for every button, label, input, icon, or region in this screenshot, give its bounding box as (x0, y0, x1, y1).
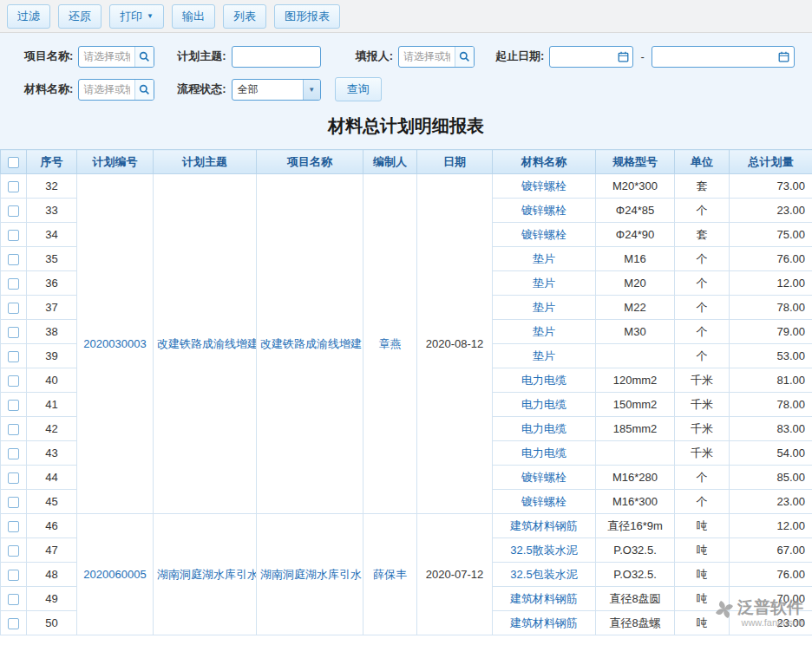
row-spec: M16*300 (596, 490, 675, 514)
row-checkbox-cell (1, 563, 27, 587)
row-checkbox[interactable] (8, 472, 19, 484)
row-checkbox[interactable] (8, 424, 19, 435)
row-no: 49 (27, 587, 77, 611)
date-start-input[interactable] (550, 47, 613, 67)
plan-no-link[interactable]: 2020060005 (77, 514, 154, 635)
material-link[interactable]: 垫片 (493, 247, 596, 271)
row-checkbox-cell (1, 490, 27, 514)
material-link[interactable]: 电力电缆 (493, 368, 596, 393)
material-link[interactable]: 建筑材料钢筋 (493, 611, 596, 635)
row-unit: 个 (675, 271, 730, 296)
compiler-link[interactable]: 章燕 (363, 174, 417, 514)
project-name-link[interactable]: 湖南洞庭湖水库引水 (257, 514, 363, 635)
row-checkbox[interactable] (8, 521, 19, 532)
row-unit: 个 (675, 320, 730, 344)
material-link[interactable]: 建筑材料钢筋 (493, 587, 596, 611)
row-spec (596, 344, 675, 368)
material-link[interactable]: 镀锌螺栓 (493, 466, 596, 490)
export-button[interactable]: 输出 (172, 4, 215, 29)
row-checkbox[interactable] (8, 448, 19, 459)
row-qty: 81.00 (730, 368, 812, 393)
row-qty: 83.00 (730, 417, 812, 441)
query-button[interactable]: 查询 (335, 77, 382, 101)
reporter-input[interactable] (399, 47, 455, 67)
row-checkbox[interactable] (8, 254, 19, 265)
graph-report-button[interactable]: 图形报表 (274, 4, 340, 29)
row-checkbox[interactable] (8, 618, 19, 629)
list-button[interactable]: 列表 (223, 4, 266, 29)
plan-subject-link[interactable]: 改建铁路成渝线增建 (154, 174, 257, 514)
header-project-name: 项目名称 (257, 150, 363, 174)
row-qty: 67.00 (730, 538, 812, 563)
row-checkbox[interactable] (8, 570, 19, 581)
material-link[interactable]: 镀锌螺栓 (493, 490, 596, 514)
row-checkbox[interactable] (8, 278, 19, 290)
restore-button[interactable]: 还原 (58, 4, 102, 29)
plan-subject-input[interactable] (232, 47, 320, 67)
row-spec: M16*280 (596, 466, 675, 490)
reporter-search-button[interactable] (455, 47, 474, 67)
plan-subject-link[interactable]: 湖南洞庭湖水库引水 (154, 514, 257, 635)
project-name-link[interactable]: 改建铁路成渝线增建 (257, 174, 363, 514)
row-spec: 直径16*9m (596, 514, 675, 538)
material-link[interactable]: 电力电缆 (493, 417, 596, 441)
row-date: 2020-07-12 (417, 514, 493, 635)
table-row: 462020060005湖南洞庭湖水库引水湖南洞庭湖水库引水薛保丰2020-07… (1, 514, 812, 538)
caret-down-icon: ▼ (147, 13, 154, 20)
row-checkbox-cell (1, 344, 27, 368)
flow-status-label: 流程状态: (177, 81, 226, 97)
project-name-search-button[interactable] (134, 47, 154, 67)
row-checkbox[interactable] (8, 181, 19, 192)
row-no: 44 (27, 466, 77, 490)
material-link[interactable]: 32.5散装水泥 (493, 538, 596, 563)
material-name-field: 材料名称: (24, 79, 154, 101)
row-qty: 78.00 (730, 296, 812, 320)
row-no: 34 (27, 223, 77, 247)
row-checkbox[interactable] (8, 545, 19, 557)
material-link[interactable]: 垫片 (493, 344, 596, 368)
material-link[interactable]: 电力电缆 (493, 393, 596, 417)
material-name-input[interactable] (79, 80, 134, 100)
filter-button[interactable]: 过滤 (7, 4, 50, 29)
project-name-field: 项目名称: (24, 46, 154, 68)
date-start-calendar-button[interactable] (613, 47, 632, 67)
row-checkbox-cell (1, 441, 27, 466)
date-end-calendar-button[interactable] (775, 47, 794, 67)
row-checkbox-cell (1, 611, 27, 635)
date-end-input[interactable] (652, 47, 775, 67)
plan-no-link[interactable]: 2020030003 (77, 174, 154, 514)
material-link[interactable]: 垫片 (493, 296, 596, 320)
row-spec (596, 441, 675, 466)
row-checkbox[interactable] (8, 205, 19, 217)
row-checkbox[interactable] (8, 375, 19, 387)
project-name-input[interactable] (79, 47, 134, 67)
row-checkbox[interactable] (8, 497, 19, 508)
material-link[interactable]: 镀锌螺栓 (493, 223, 596, 247)
row-checkbox[interactable] (8, 303, 19, 314)
row-qty: 54.00 (730, 441, 812, 466)
row-no: 41 (27, 393, 77, 417)
compiler-link[interactable]: 薛保丰 (363, 514, 417, 635)
material-link[interactable]: 镀锌螺栓 (493, 199, 596, 223)
row-unit: 个 (675, 466, 730, 490)
flow-status-select[interactable]: 全部 ▼ (232, 79, 321, 101)
select-all-checkbox[interactable] (8, 157, 19, 168)
material-link[interactable]: 电力电缆 (493, 441, 596, 466)
row-spec: Φ24*85 (596, 199, 675, 223)
caret-down-icon[interactable]: ▼ (303, 80, 320, 100)
row-checkbox[interactable] (8, 351, 19, 362)
material-link[interactable]: 建筑材料钢筋 (493, 514, 596, 538)
row-checkbox[interactable] (8, 230, 19, 241)
material-link[interactable]: 镀锌螺栓 (493, 174, 596, 199)
row-checkbox[interactable] (8, 327, 19, 338)
material-name-search-button[interactable] (134, 80, 154, 100)
material-link[interactable]: 32.5包装水泥 (493, 563, 596, 587)
print-button[interactable]: 打印▼ (109, 4, 164, 29)
material-link[interactable]: 垫片 (493, 271, 596, 296)
row-checkbox[interactable] (8, 594, 19, 605)
project-name-label: 项目名称: (24, 49, 73, 64)
material-link[interactable]: 垫片 (493, 320, 596, 344)
row-unit: 吨 (675, 563, 730, 587)
row-checkbox[interactable] (8, 400, 19, 411)
row-qty: 78.00 (730, 393, 812, 417)
